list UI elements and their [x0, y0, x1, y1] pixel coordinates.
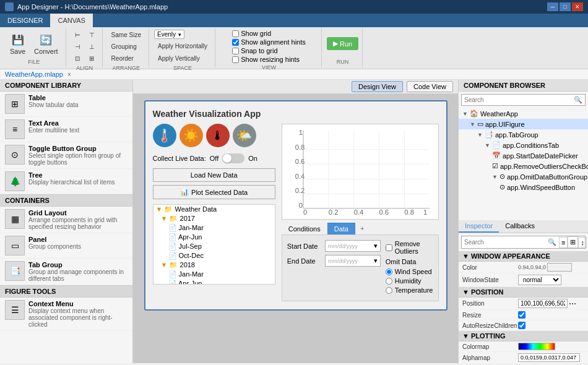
remove-outliers-checkbox[interactable]: Remove Outliers	[386, 240, 433, 255]
tree-item-2017[interactable]: ▼ 📁 2017	[153, 214, 275, 223]
tree-item-jan-mar-2[interactable]: 📄 Jan-Mar	[153, 270, 275, 279]
windspeed-icon: ⊙	[499, 183, 505, 191]
end-date-input[interactable]: mm/dd/yyyy ▾	[325, 255, 381, 267]
tab-bar: Conditions Data +	[282, 223, 439, 235]
show-alignment-checkbox[interactable]: Show alignment hints	[232, 38, 306, 46]
align-left-button[interactable]: ⊢	[71, 30, 84, 40]
autoresize-checkbox[interactable]	[518, 322, 525, 329]
chart-area: 1 0.8 0.6 0.4 0.2 0 0 0.2 0.4 0.6	[282, 124, 439, 220]
ct-item-weatherapp[interactable]: ▼ 🏠 WeatherApp	[459, 108, 588, 119]
ct-item-uifigure[interactable]: ▼ ▭ app.UIFigure	[459, 119, 588, 129]
ct-item-conditionstab[interactable]: ▼ 📄 app.ConditionsTab	[459, 140, 588, 150]
color-swatch[interactable]	[547, 263, 572, 272]
inspector-search[interactable]: 🔍 ≡ ⊞ ↕	[461, 236, 586, 249]
cloud-icon: 🌤️	[233, 124, 256, 147]
ribbon-align-content: ⊢ ⊣ ⊡ ⊤ ⊥ ⊞	[71, 30, 98, 64]
inspector-grid-icon[interactable]: ⊞	[568, 236, 578, 248]
tree-item-weather-data[interactable]: ▼ 📁 Weather Data	[153, 205, 275, 214]
spacing-dropdown[interactable]: Evenly	[154, 30, 184, 39]
ribbon-space-content: Evenly Apply Horizontally Apply Vertical…	[154, 30, 211, 64]
alphamap-input[interactable]	[518, 353, 580, 362]
inspector-tab[interactable]: Inspector	[459, 220, 499, 233]
humidity-radio[interactable]: Humidity	[386, 277, 433, 285]
reorder-button[interactable]: Reorder	[108, 53, 137, 64]
resize-checkbox[interactable]	[518, 311, 525, 319]
tree-component[interactable]: 🌲 Tree Display hierarchical list of item…	[0, 169, 132, 194]
inspector-search-input[interactable]	[462, 238, 545, 247]
canvas-tab[interactable]: CANVAS	[50, 14, 92, 27]
align-middle-button[interactable]: ⊥	[85, 41, 98, 52]
windowstate-dropdown[interactable]: normal	[518, 275, 561, 285]
plotting-header[interactable]: ▼ PLOTTING	[459, 331, 588, 341]
add-tab-button[interactable]: +	[355, 223, 369, 234]
plot-data-button[interactable]: 📊 Plot Selected Data	[153, 185, 275, 199]
table-icon: ⊞	[5, 94, 25, 114]
ct-item-startdate[interactable]: 📅 app.StartDateDatePicker	[459, 150, 588, 161]
tree-item-jul-sep[interactable]: 📄 Jul-Sep	[153, 242, 275, 251]
toggle-button-group-component[interactable]: ⊙ Toggle Button Group Select single opti…	[0, 142, 132, 169]
data-tree[interactable]: ▼ 📁 Weather Data ▼ 📁 2017 📄 Jan-Mar	[153, 204, 275, 285]
minimize-button[interactable]: ─	[547, 2, 558, 11]
plotting-collapse-icon: ▼	[462, 332, 469, 340]
convert-icon: 🔄	[38, 33, 53, 48]
grouping-button[interactable]: Grouping	[108, 41, 141, 52]
apply-h-button[interactable]: Apply Horizontally	[154, 41, 211, 51]
temperature-radio[interactable]: Temperature	[386, 286, 433, 294]
align-right-button[interactable]: ⊡	[71, 53, 84, 64]
close-button[interactable]: ✕	[572, 2, 583, 11]
run-button[interactable]: ▶ Run	[327, 37, 358, 50]
ct-item-windspeed[interactable]: ⊙ app.WindSpeedButton	[459, 182, 588, 192]
ct-item-removeoutliers[interactable]: ☑ app.RemoveOutliersCheckBox	[459, 161, 588, 171]
callbacks-tab[interactable]: Callbacks	[499, 220, 541, 233]
snap-to-grid-checkbox[interactable]: Snap to grid	[232, 47, 306, 54]
browser-search[interactable]: 🔍	[461, 94, 586, 106]
weatherapp-icon: 🏠	[470, 110, 478, 118]
inspector-list-icon[interactable]: ≡	[559, 237, 568, 248]
show-grid-checkbox[interactable]: Show grid	[232, 30, 306, 37]
breadcrumb-item[interactable]: WeatherApp.mlapp	[5, 71, 63, 78]
load-data-button[interactable]: Load New Data	[153, 168, 275, 182]
same-size-button[interactable]: Same Size	[108, 30, 145, 40]
breadcrumb-close[interactable]: ×	[67, 71, 71, 78]
tree-item-2018[interactable]: ▼ 📁 2018	[153, 260, 275, 270]
align-bottom-button[interactable]: ⊞	[85, 53, 98, 64]
convert-button[interactable]: 🔄 Convert	[30, 30, 62, 58]
position-header[interactable]: ▼ POSITION	[459, 287, 588, 298]
tree-item-jan-mar[interactable]: 📄 Jan-Mar	[153, 223, 275, 233]
live-data-toggle[interactable]	[222, 153, 244, 163]
ct-item-tabgroup[interactable]: ▼ 📑 app.TabGroup	[459, 129, 588, 140]
data-tab[interactable]: Data	[327, 223, 355, 234]
start-date-input[interactable]: mm/dd/yyyy ▾	[325, 240, 381, 252]
context-menu-component[interactable]: ☰ Context Menu Display context menu when…	[0, 298, 132, 331]
show-resizing-checkbox[interactable]: Show resizing hints	[232, 56, 306, 63]
save-button[interactable]: 💾 Save	[6, 30, 29, 58]
window-appearance-header[interactable]: ▼ WINDOW APPEARANCE	[459, 251, 588, 262]
svg-text:1: 1	[299, 129, 303, 136]
position-input[interactable]	[518, 299, 568, 308]
panel-component[interactable]: ▭ Panel Group components	[0, 233, 132, 259]
position-options-icon[interactable]: ⋯	[569, 299, 576, 308]
wind-speed-radio[interactable]: Wind Speed	[386, 268, 433, 275]
apply-v-button[interactable]: Apply Vertically	[154, 53, 204, 64]
maximize-button[interactable]: □	[560, 2, 571, 11]
textarea-component[interactable]: ≡ Text Area Enter multiline text	[0, 117, 132, 142]
titlebar-left: App Designer - H:\Documents\WeatherApp.m…	[5, 2, 168, 11]
colormap-bar[interactable]	[518, 343, 555, 350]
tab-group-component[interactable]: 📑 Tab Group Group and manage components …	[0, 259, 132, 285]
ct-item-omitdata[interactable]: ▼ ⊙ app.OmitDataButtonGroup	[459, 171, 588, 182]
conditions-tab[interactable]: Conditions	[282, 223, 327, 234]
tree-item-apr-jun[interactable]: 📄 Apr-Jun	[153, 233, 275, 242]
tree-item-apr-jun-2[interactable]: 📄 Apr-Jun	[153, 279, 275, 285]
titlebar-controls[interactable]: ─ □ ✕	[547, 2, 583, 11]
browser-search-input[interactable]	[462, 95, 571, 105]
design-view-button[interactable]: Design View	[352, 81, 403, 92]
grid-layout-component[interactable]: ▦ Grid Layout Arrange components in grid…	[0, 207, 132, 233]
align-top-button[interactable]: ⊤	[85, 30, 98, 40]
code-view-button[interactable]: Code View	[407, 81, 453, 92]
inspector-sort-icon[interactable]: ↕	[578, 237, 587, 248]
designer-tab[interactable]: DESIGNER	[0, 14, 50, 27]
align-center-button[interactable]: ⊣	[71, 41, 84, 52]
tree-item-oct-dec[interactable]: 📄 Oct-Dec	[153, 251, 275, 260]
canvas-area[interactable]: Weather Visualization App 🌡️ ☀️ 🌡 🌤️ Col…	[133, 94, 458, 363]
table-component[interactable]: ⊞ Table Show tabular data	[0, 92, 132, 117]
